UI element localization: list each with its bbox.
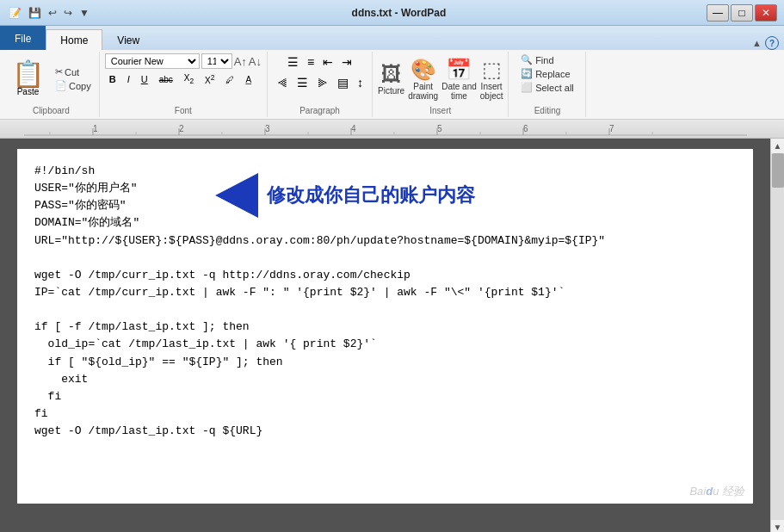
page: #!/bin/sh USER="你的用户名" PASS="你的密码" DOMAI…	[17, 149, 753, 504]
font-name-select[interactable]: Courier New	[105, 53, 200, 69]
select-all-label: Select all	[535, 83, 574, 93]
align-left-button[interactable]: ⫷	[273, 74, 292, 91]
justify-button[interactable]: ▤	[334, 74, 352, 91]
superscript-button[interactable]: X2	[201, 71, 219, 87]
title-bar-left: 📝 💾 ↩ ↪ ▼	[7, 7, 91, 19]
object-label: Insertobject	[480, 82, 503, 101]
replace-icon: 🔄	[521, 68, 533, 79]
replace-button[interactable]: 🔄 Replace	[518, 67, 572, 80]
object-button[interactable]: ⬚ Insertobject	[480, 58, 503, 101]
ribbon-tabs: File Home View ▲ ?	[0, 26, 784, 50]
paint-button[interactable]: 🎨 Paintdrawing	[408, 58, 438, 101]
editing-label: Editing	[534, 104, 561, 115]
picture-button[interactable]: 🖼 Picture	[378, 62, 404, 96]
svg-text:3: 3	[265, 124, 270, 133]
underline-button[interactable]: U	[137, 72, 152, 86]
scrollbar-right[interactable]: ▲ ▼	[770, 139, 784, 532]
para-row-2: ⫷ ☰ ⫸ ▤ ↕	[273, 74, 367, 91]
font-name-row: Courier New 11 A↑ A↓	[105, 53, 262, 69]
font-color-button[interactable]: A	[241, 73, 256, 86]
quick-access-save[interactable]: 💾	[27, 7, 43, 19]
ribbon-group-editing: 🔍 Find 🔄 Replace ⬜ Select all Editing	[509, 52, 586, 117]
highlight-button[interactable]: 🖊	[221, 73, 238, 86]
ribbon-collapse-icon[interactable]: ▲	[752, 38, 762, 48]
numbering-button[interactable]: ≡	[304, 53, 318, 71]
decrease-indent-button[interactable]: ⇤	[319, 53, 336, 71]
close-button[interactable]: ✕	[755, 4, 777, 22]
svg-text:2: 2	[179, 124, 184, 133]
para-row-1: ☰ ≡ ⇤ ⇥	[284, 53, 355, 71]
picture-label: Picture	[378, 86, 404, 96]
ribbon-group-insert: 🖼 Picture 🎨 Paintdrawing 📅 Date andtime …	[373, 52, 509, 117]
svg-text:7: 7	[609, 124, 614, 133]
svg-text:6: 6	[523, 124, 528, 133]
bullets-button[interactable]: ☰	[284, 53, 302, 71]
shrink-font-icon[interactable]: A↓	[249, 55, 262, 68]
app-icon: 📝	[7, 7, 23, 19]
increase-indent-button[interactable]: ⇥	[338, 53, 355, 71]
paint-icon: 🎨	[411, 58, 436, 82]
find-label: Find	[535, 55, 553, 65]
font-size-select[interactable]: 11	[201, 53, 232, 69]
paste-button[interactable]: 📋 Paste	[9, 59, 47, 98]
cut-label: Cut	[65, 67, 79, 77]
code-content[interactable]: #!/bin/sh USER="你的用户名" PASS="你的密码" DOMAI…	[34, 163, 736, 440]
tab-file[interactable]: File	[0, 26, 46, 50]
help-icon[interactable]: ?	[765, 36, 779, 50]
bold-button[interactable]: B	[105, 72, 120, 86]
maximize-button[interactable]: □	[731, 4, 753, 22]
ruler: 1 2 3 4 5 6 7	[0, 120, 784, 139]
datetime-button[interactable]: 📅 Date andtime	[441, 58, 477, 101]
select-all-button[interactable]: ⬜ Select all	[518, 81, 577, 94]
paste-icon: 📋	[12, 61, 44, 87]
font-label: Font	[175, 104, 192, 115]
tab-view[interactable]: View	[102, 29, 154, 50]
tab-home[interactable]: Home	[46, 29, 102, 50]
datetime-label: Date andtime	[441, 82, 477, 101]
strikethrough-button[interactable]: abc	[155, 73, 177, 86]
italic-button[interactable]: I	[123, 72, 134, 86]
quick-access-redo[interactable]: ↪	[62, 7, 74, 19]
minimize-button[interactable]: —	[707, 4, 729, 22]
editing-content: 🔍 Find 🔄 Replace ⬜ Select all	[518, 53, 577, 104]
cut-icon: ✂	[55, 66, 63, 77]
grow-font-icon[interactable]: A↑	[234, 55, 247, 68]
scroll-down-button[interactable]: ▼	[771, 520, 784, 532]
find-button[interactable]: 🔍 Find	[518, 53, 556, 66]
svg-text:4: 4	[351, 124, 356, 133]
ribbon: File Home View ▲ ? 📋 Paste ✂ Cut	[0, 26, 784, 120]
insert-label: Insert	[429, 104, 451, 115]
scroll-thumb[interactable]	[772, 153, 784, 188]
svg-text:1: 1	[93, 124, 98, 133]
ribbon-group-font: Courier New 11 A↑ A↓ B I U abc X2 X2 🖊	[100, 52, 268, 117]
object-icon: ⬚	[482, 58, 502, 82]
scroll-track[interactable]	[771, 153, 784, 520]
replace-label: Replace	[535, 69, 570, 79]
copy-button[interactable]: 📄 Copy	[52, 79, 94, 92]
paint-label: Paintdrawing	[408, 82, 438, 101]
subscript-button[interactable]: X2	[180, 71, 198, 87]
paragraph-label: Paragraph	[299, 104, 340, 115]
document-area[interactable]: #!/bin/sh USER="你的用户名" PASS="你的密码" DOMAI…	[0, 139, 770, 514]
window-title: ddns.txt - WordPad	[91, 7, 707, 19]
font-format-row: B I U abc X2 X2 🖊 A	[105, 71, 256, 87]
picture-icon: 🖼	[381, 62, 402, 86]
ribbon-content: 📋 Paste ✂ Cut 📄 Copy Clipboard	[0, 50, 784, 119]
scroll-up-button[interactable]: ▲	[771, 139, 784, 153]
baidu-watermark: Baidu 经验	[689, 484, 744, 499]
clipboard-content: 📋 Paste ✂ Cut 📄 Copy	[9, 53, 94, 104]
copy-icon: 📄	[55, 80, 67, 91]
quick-access-undo[interactable]: ↩	[46, 7, 59, 19]
cut-button[interactable]: ✂ Cut	[52, 65, 94, 78]
align-center-button[interactable]: ☰	[293, 74, 312, 91]
datetime-icon: 📅	[446, 58, 472, 82]
paste-label: Paste	[17, 87, 40, 96]
font-content: Courier New 11 A↑ A↓ B I U abc X2 X2 🖊	[105, 53, 262, 104]
paragraph-content: ☰ ≡ ⇤ ⇥ ⫷ ☰ ⫸ ▤ ↕	[273, 53, 367, 104]
clipboard-label: Clipboard	[33, 104, 70, 115]
line-spacing-button[interactable]: ↕	[354, 74, 367, 91]
ribbon-group-paragraph: ☰ ≡ ⇤ ⇥ ⫷ ☰ ⫸ ▤ ↕ Paragraph	[268, 52, 373, 117]
align-right-button[interactable]: ⫸	[313, 74, 332, 91]
ribbon-group-clipboard: 📋 Paste ✂ Cut 📄 Copy Clipboard	[3, 52, 100, 117]
quick-access-dropdown[interactable]: ▼	[77, 7, 91, 19]
